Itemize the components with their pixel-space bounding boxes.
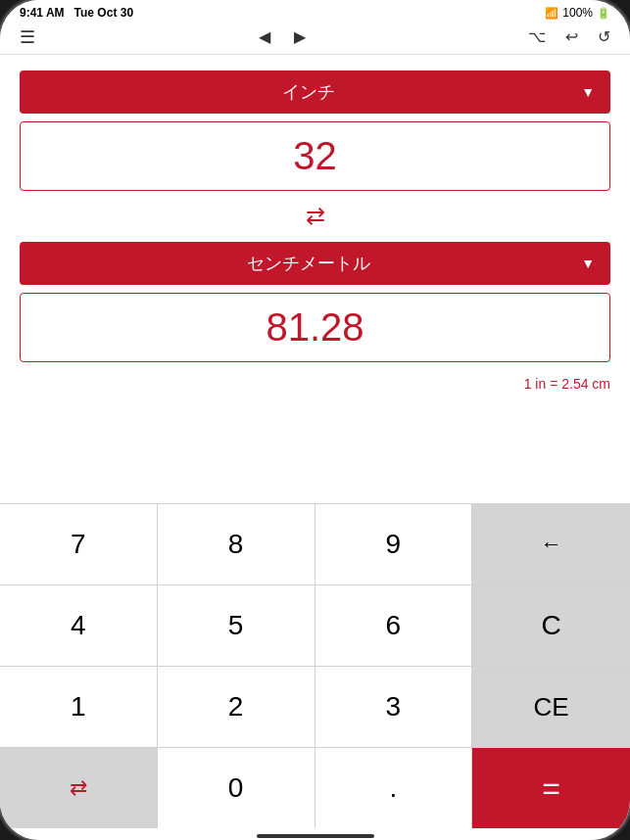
key-dot[interactable]: . <box>315 748 473 828</box>
key-6[interactable]: 6 <box>315 585 473 666</box>
keypad: 7 8 9 ← 4 5 6 C 1 2 3 CE ⇄ 0 . = <box>0 503 630 828</box>
forward-arrow-button[interactable]: ▶ <box>294 27 306 46</box>
key-4[interactable]: 4 <box>0 585 158 666</box>
redo-icon[interactable]: ↺ <box>598 27 610 46</box>
back-arrow-button[interactable]: ◀ <box>259 27 270 46</box>
device-frame: 9:41 AM Tue Oct 30 📶 100% 🔋 ☰ ◀ ▶ ⌥ ↩ ↺ … <box>0 0 630 840</box>
to-unit-label: センチメートル <box>35 252 581 275</box>
from-unit-label: インチ <box>35 80 581 104</box>
key-c[interactable]: C <box>472 585 630 666</box>
key-0[interactable]: 0 <box>158 748 315 828</box>
from-unit-dropdown-arrow: ▼ <box>581 84 595 100</box>
to-unit-dropdown-arrow: ▼ <box>581 256 595 271</box>
home-indicator <box>0 828 630 840</box>
swap-button[interactable]: ⇄ <box>306 203 325 230</box>
toolbar-actions: ⌥ ↩ ↺ <box>528 27 610 46</box>
undo-icon[interactable]: ↩ <box>565 27 578 46</box>
key-5[interactable]: 5 <box>158 585 315 666</box>
toolbar-left: ☰ <box>20 28 35 46</box>
to-unit-selector[interactable]: センチメートル ▼ <box>20 242 610 285</box>
home-bar <box>257 834 374 838</box>
key-3[interactable]: 3 <box>315 667 473 747</box>
option-icon[interactable]: ⌥ <box>528 27 546 46</box>
formula-text: 1 in = 2.54 cm <box>524 376 610 392</box>
menu-icon[interactable]: ☰ <box>20 28 35 46</box>
key-backspace[interactable]: ← <box>472 504 630 584</box>
battery-percent: 100% <box>562 6 593 20</box>
formula-container: 1 in = 2.54 cm <box>20 374 610 397</box>
key-9[interactable]: 9 <box>315 504 473 584</box>
key-ce[interactable]: CE <box>472 667 630 747</box>
main-content: インチ ▼ 32 ⇄ センチメートル ▼ 81.28 1 in = 2.54 c… <box>0 55 630 503</box>
status-bar: 9:41 AM Tue Oct 30 📶 100% 🔋 <box>0 0 630 23</box>
keypad-row-1: 7 8 9 ← <box>0 504 630 585</box>
key-swap[interactable]: ⇄ <box>0 748 158 828</box>
to-value-text: 81.28 <box>266 305 363 349</box>
wifi-icon: 📶 <box>545 7 558 20</box>
to-value-display: 81.28 <box>20 293 610 362</box>
key-equals[interactable]: = <box>472 748 630 828</box>
toolbar: ☰ ◀ ▶ ⌥ ↩ ↺ <box>0 23 630 55</box>
keypad-row-4: ⇄ 0 . = <box>0 748 630 828</box>
from-unit-selector[interactable]: インチ ▼ <box>20 70 610 114</box>
key-1[interactable]: 1 <box>0 667 158 747</box>
battery-icon: 🔋 <box>597 7 610 20</box>
swap-container: ⇄ <box>20 203 610 230</box>
keypad-row-3: 1 2 3 CE <box>0 667 630 748</box>
keypad-row-2: 4 5 6 C <box>0 585 630 667</box>
key-8[interactable]: 8 <box>158 504 315 584</box>
toolbar-nav: ◀ ▶ <box>259 27 306 46</box>
from-value-text: 32 <box>293 134 337 177</box>
key-7[interactable]: 7 <box>0 504 158 584</box>
from-value-display: 32 <box>20 121 610 191</box>
status-time: 9:41 AM Tue Oct 30 <box>20 6 133 20</box>
key-2[interactable]: 2 <box>158 667 315 747</box>
status-right: 📶 100% 🔋 <box>545 6 610 20</box>
